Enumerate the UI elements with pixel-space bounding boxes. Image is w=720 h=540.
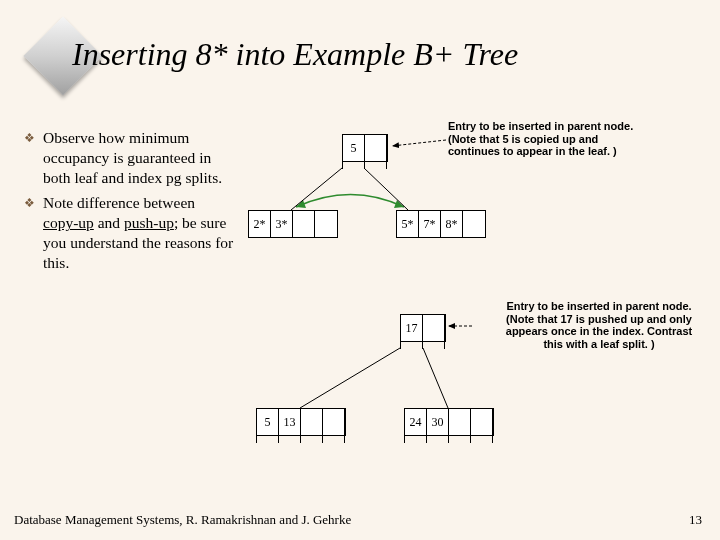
node-cell: 2*	[249, 211, 271, 237]
index-node-left: 5 13	[256, 408, 346, 436]
svg-line-6	[300, 348, 400, 408]
node-cell	[293, 211, 315, 237]
node-cell	[365, 135, 387, 161]
parent-node-top: 5	[342, 134, 388, 162]
page-number: 13	[689, 512, 702, 528]
bullet-item: ❖ Observe how minimum occupancy is guara…	[24, 128, 234, 187]
bullet-text-mid: and	[94, 214, 124, 231]
annotation-line: this with a leaf split. )	[474, 338, 720, 351]
node-cell: 5	[343, 135, 365, 161]
node-cell: 8*	[441, 211, 463, 237]
node-cell	[301, 409, 323, 435]
bullet-text-u2: push-up	[124, 214, 174, 231]
bullet-list: ❖ Observe how minimum occupancy is guara…	[24, 128, 234, 279]
svg-marker-2	[394, 200, 404, 208]
index-node-right: 24 30	[404, 408, 494, 436]
node-cell: 5*	[397, 211, 419, 237]
node-cell	[463, 211, 485, 237]
svg-line-0	[392, 140, 446, 146]
leaf-node-left: 2* 3*	[248, 210, 338, 238]
node-cell: 7*	[419, 211, 441, 237]
bullet-text: Observe how minimum occupancy is guarant…	[43, 128, 234, 187]
node-cell: 30	[427, 409, 449, 435]
bullet-text: Note difference between copy-up and push…	[43, 193, 234, 272]
tree-diagram: 5 Entry to be inserted in parent node. (…	[236, 118, 716, 478]
parent-node-mid: 17	[400, 314, 446, 342]
annotation-line: (Note that 17 is pushed up and only	[474, 313, 720, 326]
annotation-line: Entry to be inserted in parent node.	[448, 120, 698, 133]
svg-marker-1	[296, 200, 306, 208]
bullet-marker-icon: ❖	[24, 131, 35, 187]
node-cell: 3*	[271, 211, 293, 237]
annotation-line: continues to appear in the leaf. )	[448, 145, 698, 158]
node-cell	[423, 315, 445, 341]
node-cell	[471, 409, 493, 435]
bullet-text-u1: copy-up	[43, 214, 94, 231]
footer-text: Database Management Systems, R. Ramakris…	[14, 512, 351, 528]
annotation-push-up: Entry to be inserted in parent node. (No…	[474, 300, 720, 351]
bullet-marker-icon: ❖	[24, 196, 35, 272]
annotation-copy-up: Entry to be inserted in parent node. (No…	[448, 120, 698, 158]
svg-line-3	[291, 168, 342, 210]
annotation-line: Entry to be inserted in parent node.	[474, 300, 720, 313]
slide-title: Inserting 8* into Example B+ Tree	[72, 36, 518, 73]
annotation-line: appears once in the index. Contrast	[474, 325, 720, 338]
node-cell: 5	[257, 409, 279, 435]
node-cell: 17	[401, 315, 423, 341]
svg-line-4	[364, 168, 408, 210]
leaf-node-right: 5* 7* 8*	[396, 210, 486, 238]
bullet-item: ❖ Note difference between copy-up and pu…	[24, 193, 234, 272]
annotation-line: (Note that 5 is copied up and	[448, 133, 698, 146]
node-cell	[315, 211, 337, 237]
node-cell	[449, 409, 471, 435]
node-cell: 24	[405, 409, 427, 435]
bullet-text-pre: Note difference between	[43, 194, 195, 211]
svg-line-7	[423, 348, 448, 408]
node-cell	[323, 409, 345, 435]
node-cell: 13	[279, 409, 301, 435]
